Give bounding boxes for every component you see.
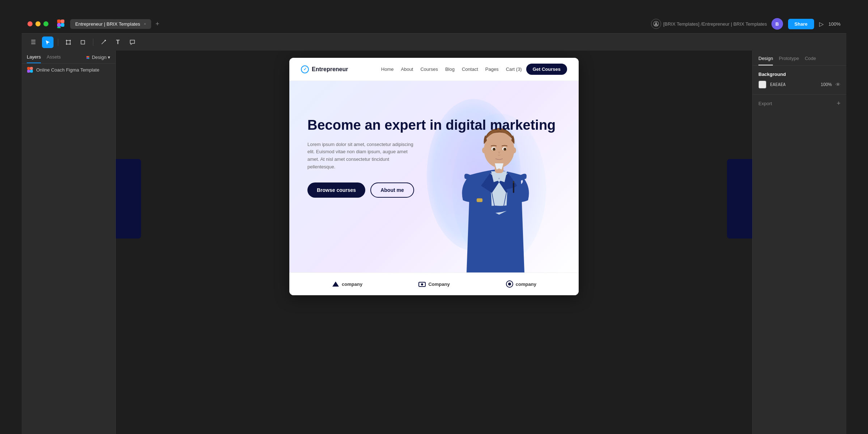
nav-blog[interactable]: Blog <box>445 66 455 72</box>
left-panel: Layers Assets Design ▾ <box>22 51 116 434</box>
frame-tool[interactable] <box>63 36 74 48</box>
comment-tool[interactable] <box>127 36 138 48</box>
color-hex-value: EAEAEA <box>770 82 817 87</box>
select-tool[interactable] <box>42 36 54 48</box>
nav-home[interactable]: Home <box>381 66 394 72</box>
tool-separator-2 <box>93 39 93 46</box>
header-right-controls: B Share ▷ 100% <box>771 18 841 30</box>
company-logos-strip: company Company comp <box>289 272 579 295</box>
svg-rect-25 <box>30 70 33 73</box>
dark-side-left <box>116 159 141 239</box>
right-panel-tabs: Design Prototype Code <box>753 51 846 66</box>
about-me-button[interactable]: About me <box>370 182 414 198</box>
play-icon[interactable]: ▷ <box>819 21 824 27</box>
tool-separator-1 <box>58 39 58 46</box>
site-logo: ✓ Entrepreneur <box>301 65 348 73</box>
text-tool[interactable]: T <box>112 36 124 48</box>
nav-pages[interactable]: Pages <box>485 66 499 72</box>
company-name-2: Company <box>428 282 450 287</box>
nav-about[interactable]: About <box>401 66 413 72</box>
company-name-1: company <box>342 282 362 287</box>
svg-point-20 <box>86 57 88 59</box>
figma-icon <box>56 19 66 29</box>
figma-file-icon <box>27 66 33 73</box>
app-window: Entrepreneur | BRIX Templates × + [BRIX … <box>22 14 846 434</box>
hero-text-area: Become an expert in digital marketing Lo… <box>307 103 561 251</box>
maximize-dot[interactable] <box>43 21 48 26</box>
get-courses-button[interactable]: Get Courses <box>526 64 567 75</box>
export-label: Export <box>758 101 772 106</box>
dark-side-right <box>727 159 752 239</box>
svg-rect-22 <box>27 67 30 70</box>
site-nav-links: Home About Courses Blog Contact Pages <box>381 66 499 72</box>
browse-courses-button[interactable]: Browse courses <box>307 182 365 198</box>
nav-courses[interactable]: Courses <box>420 66 438 72</box>
canvas-area[interactable]: ✓ Entrepreneur Home About Courses Blog C… <box>116 51 752 434</box>
assets-tab[interactable]: Assets <box>47 54 61 63</box>
hero-buttons: Browse courses About me <box>307 182 561 198</box>
design-tab[interactable]: Design <box>758 56 773 65</box>
site-hero-section: Become an expert in digital marketing Lo… <box>289 81 579 272</box>
site-navbar: ✓ Entrepreneur Home About Courses Blog C… <box>289 58 579 81</box>
svg-rect-1 <box>61 20 64 23</box>
hero-subtitle: Lorem ipsum dolor sit amet, consectetur … <box>307 141 416 171</box>
svg-point-45 <box>508 283 511 285</box>
tab-area: Entrepreneur | BRIX Templates × + <box>70 19 647 29</box>
tools-toolbar: ☰ <box>22 33 846 51</box>
background-color-swatch[interactable] <box>758 81 766 89</box>
active-tab[interactable]: Entrepreneur | BRIX Templates × <box>70 19 151 29</box>
code-tab[interactable]: Code <box>805 56 816 65</box>
svg-rect-2 <box>57 23 61 27</box>
minimize-dot[interactable] <box>35 21 41 26</box>
svg-point-6 <box>655 22 657 24</box>
layer-label: Online Coach Figma Template <box>36 67 99 73</box>
left-panel-tabs: Layers Assets Design ▾ <box>22 51 115 64</box>
breadcrumb-text: [BRIX Templates] /Entrepreneur | BRIX Te… <box>663 21 767 27</box>
titlebar: Entrepreneur | BRIX Templates × + [BRIX … <box>22 14 846 33</box>
prototype-tab[interactable]: Prototype <box>779 56 799 65</box>
tab-close-btn[interactable]: × <box>144 22 146 26</box>
layers-tab[interactable]: Layers <box>27 54 41 63</box>
export-row: Export + <box>753 95 846 112</box>
svg-point-21 <box>88 57 89 59</box>
svg-point-17 <box>105 40 106 41</box>
zoom-control[interactable]: 100% <box>829 21 841 27</box>
main-layout: Layers Assets Design ▾ <box>22 51 846 434</box>
layer-item[interactable]: Online Coach Figma Template <box>22 64 115 76</box>
design-chip[interactable]: Design ▾ <box>85 54 110 63</box>
svg-rect-7 <box>67 40 70 44</box>
new-tab-btn[interactable]: + <box>153 19 162 29</box>
logo-check-icon: ✓ <box>301 65 309 73</box>
tab-title: Entrepreneur | BRIX Templates <box>75 21 140 27</box>
svg-point-19 <box>88 56 89 57</box>
share-button[interactable]: Share <box>788 19 814 29</box>
opacity-value: 100% <box>821 82 832 87</box>
site-logo-text: Entrepreneur <box>312 66 348 73</box>
svg-rect-23 <box>30 67 33 70</box>
close-dot[interactable] <box>27 21 33 26</box>
svg-point-43 <box>421 283 423 285</box>
svg-rect-0 <box>57 20 61 23</box>
company-logo-2: Company <box>418 280 450 288</box>
company-logo-3: company <box>506 280 536 288</box>
hero-title: Become an expert in digital marketing <box>307 117 561 134</box>
svg-rect-4 <box>57 27 61 28</box>
nav-contact[interactable]: Contact <box>462 66 478 72</box>
traffic-lights <box>27 21 48 26</box>
background-color-control: EAEAEA 100% 👁 <box>753 81 846 94</box>
cart-text[interactable]: Cart (3) <box>506 66 522 72</box>
svg-point-18 <box>86 56 88 57</box>
export-add-icon[interactable]: + <box>837 100 841 107</box>
background-section-header: Background <box>753 66 846 81</box>
hamburger-menu-icon[interactable]: ☰ <box>27 36 39 48</box>
user-avatar-icon <box>651 19 661 29</box>
header-breadcrumb-area: [BRIX Templates] /Entrepreneur | BRIX Te… <box>651 19 767 29</box>
svg-rect-16 <box>81 40 85 44</box>
company-name-3: company <box>516 282 536 287</box>
pen-tool[interactable] <box>98 36 109 48</box>
shape-tool[interactable] <box>77 36 89 48</box>
visibility-toggle-icon[interactable]: 👁 <box>835 82 841 87</box>
svg-rect-3 <box>61 23 64 27</box>
company-logo-1: company <box>332 280 362 288</box>
right-panel: Design Prototype Code Background EAEAEA … <box>752 51 846 434</box>
